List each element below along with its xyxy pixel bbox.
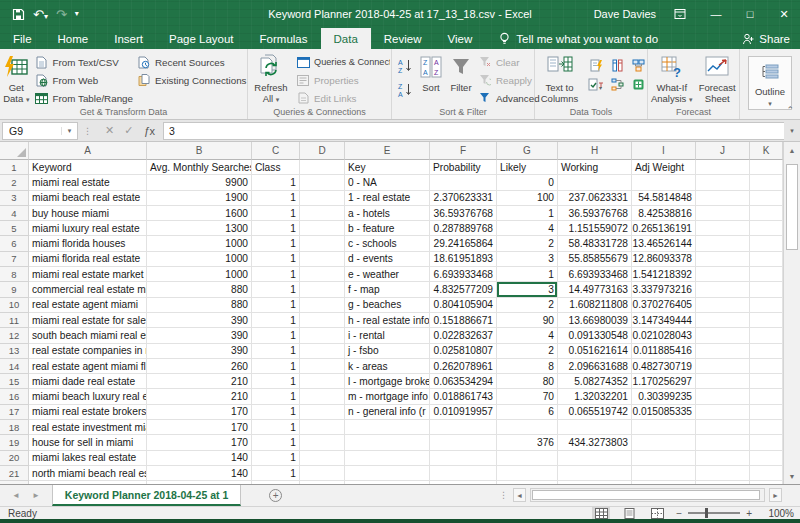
column-header[interactable]: A (29, 142, 147, 160)
cell[interactable] (750, 374, 783, 389)
cell[interactable]: house for sell in miami (29, 435, 147, 450)
cell[interactable]: 4 (497, 328, 558, 343)
cell[interactable]: 6.693933468 (558, 267, 632, 282)
cell[interactable]: i - rental (345, 328, 430, 343)
cell[interactable] (696, 451, 750, 466)
sheet-nav-left-icon[interactable]: ◄ (12, 491, 20, 500)
cell[interactable]: 1.151559072 (558, 221, 632, 236)
select-all-corner[interactable] (0, 142, 29, 160)
cell[interactable]: 1 (252, 374, 300, 389)
cell[interactable]: d - events (345, 252, 430, 267)
cell[interactable] (300, 435, 345, 450)
cell[interactable] (696, 420, 750, 435)
row-header[interactable]: 19 (0, 435, 29, 450)
cell[interactable] (696, 267, 750, 282)
new-sheet-button[interactable]: + (269, 485, 282, 506)
save-icon[interactable] (12, 8, 25, 21)
formula-bar-drag-handle[interactable]: ⋮ (78, 126, 97, 136)
tell-me-box[interactable]: Tell me what you want to do (499, 28, 658, 49)
cell[interactable]: 6 (497, 405, 558, 420)
cell[interactable] (300, 359, 345, 374)
cell[interactable]: 0.265136191 (632, 221, 696, 236)
cell[interactable]: Keyword (29, 160, 147, 175)
row-header[interactable]: 14 (0, 359, 29, 374)
cell[interactable] (300, 160, 345, 175)
cell[interactable]: 1 (252, 282, 300, 297)
share-button[interactable]: Share (742, 28, 790, 49)
row-header[interactable]: 17 (0, 405, 29, 420)
cell[interactable]: 390 (147, 344, 252, 359)
cell[interactable]: 0.063534294 (430, 374, 497, 389)
tab-data[interactable]: Data (321, 28, 371, 49)
cell[interactable]: 2 (497, 298, 558, 313)
tab-insert[interactable]: Insert (101, 28, 156, 49)
cell[interactable]: 0.022832637 (430, 328, 497, 343)
cell[interactable] (430, 451, 497, 466)
cell[interactable]: 8 (497, 359, 558, 374)
data-validation-icon[interactable]: ▾ (587, 75, 605, 93)
cell[interactable]: 1.32032201 (558, 389, 632, 404)
cell[interactable] (696, 359, 750, 374)
cell[interactable]: real estate companies in miami (29, 344, 147, 359)
tab-view[interactable]: View (435, 28, 486, 49)
cell[interactable]: h - real estate info (345, 313, 430, 328)
ribbon-display-options-icon[interactable] (674, 8, 690, 20)
cell[interactable]: e - weather (345, 267, 430, 282)
vertical-scroll-thumb[interactable] (786, 164, 798, 250)
cell[interactable]: 1 (252, 267, 300, 282)
cell[interactable] (696, 175, 750, 190)
cell[interactable]: 1.608211808 (558, 298, 632, 313)
cell[interactable] (632, 466, 696, 481)
column-header[interactable]: I (632, 142, 696, 160)
cell[interactable]: 260 (147, 359, 252, 374)
cell[interactable]: 8.42538816 (632, 206, 696, 221)
cell[interactable] (632, 435, 696, 450)
cancel-icon[interactable]: ✕ (105, 124, 114, 137)
cell[interactable]: 100 (497, 191, 558, 206)
cell[interactable] (696, 160, 750, 175)
page-break-view-icon[interactable] (648, 507, 666, 519)
cell[interactable]: 434.3273803 (558, 435, 632, 450)
cell[interactable]: Avg. Monthly Searches (147, 160, 252, 175)
cell[interactable] (696, 313, 750, 328)
scroll-down-icon[interactable]: ▼ (784, 468, 800, 484)
cell[interactable] (696, 252, 750, 267)
column-header[interactable]: B (147, 142, 252, 160)
advanced-filter-button[interactable]: Advanced (476, 89, 534, 107)
zoom-out-icon[interactable]: − (676, 508, 682, 519)
cell[interactable]: 0.010919957 (430, 405, 497, 420)
cell[interactable]: 1 (252, 252, 300, 267)
cell[interactable] (497, 466, 558, 481)
cell[interactable]: 5.08274352 (558, 374, 632, 389)
undo-icon[interactable]: ↶▾ (33, 8, 48, 21)
tab-home[interactable]: Home (45, 28, 102, 49)
column-header[interactable]: H (558, 142, 632, 160)
cell[interactable]: 0.018861743 (430, 389, 497, 404)
cell[interactable]: 1 (252, 344, 300, 359)
row-header[interactable]: 1 (0, 160, 29, 175)
row-header[interactable]: 10 (0, 298, 29, 313)
sheet-tab[interactable]: Keyword Planner 2018-04-25 at 1 (52, 485, 241, 506)
cell[interactable] (750, 466, 783, 481)
horizontal-scrollbar[interactable] (530, 488, 765, 502)
cell[interactable]: miami florida real estate (29, 252, 147, 267)
cell[interactable] (430, 420, 497, 435)
cell[interactable]: 54.5814848 (632, 191, 696, 206)
row-header[interactable]: 2 (0, 175, 29, 190)
cell[interactable] (696, 191, 750, 206)
cell[interactable]: 12.86093378 (632, 252, 696, 267)
cell[interactable] (696, 236, 750, 251)
cell[interactable] (300, 451, 345, 466)
cell[interactable] (300, 221, 345, 236)
cell[interactable]: miami beach luxury real estate (29, 389, 147, 404)
cell[interactable]: 0.065519742 (558, 405, 632, 420)
cell[interactable] (430, 175, 497, 190)
cell[interactable]: 1 (252, 451, 300, 466)
cell[interactable]: buy house miami (29, 206, 147, 221)
cell[interactable] (497, 451, 558, 466)
cell[interactable]: 0.482730719 (632, 359, 696, 374)
what-if-analysis-button[interactable]: ? What-If Analysis ▾ (649, 52, 694, 105)
cell[interactable] (300, 267, 345, 282)
cell[interactable] (696, 328, 750, 343)
cell[interactable] (750, 175, 783, 190)
